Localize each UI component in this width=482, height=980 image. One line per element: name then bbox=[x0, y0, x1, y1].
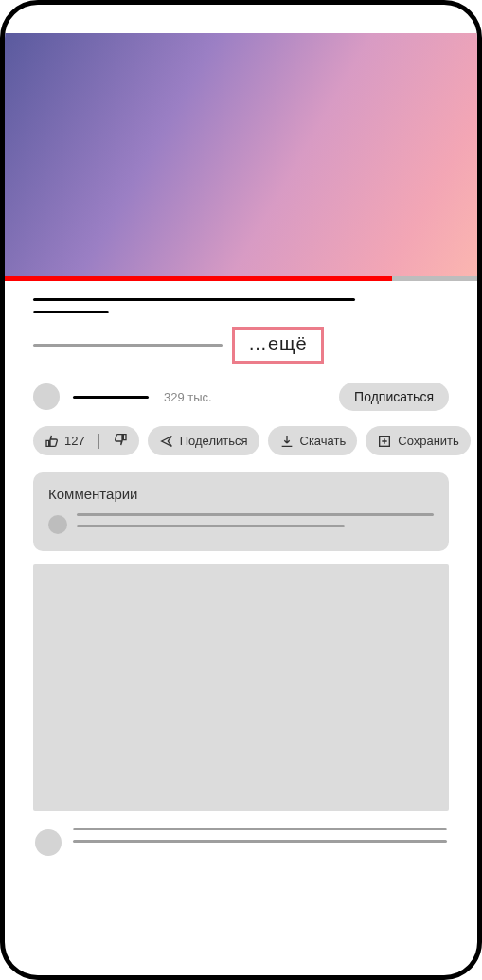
progress-played bbox=[5, 276, 392, 281]
comment-preview bbox=[48, 513, 434, 534]
channel-avatar[interactable] bbox=[33, 383, 60, 410]
download-label: Скачать bbox=[300, 434, 347, 448]
commenter-avatar bbox=[48, 515, 67, 534]
save-icon bbox=[377, 434, 392, 449]
recommended-video-meta[interactable] bbox=[33, 828, 449, 856]
video-progress-bar[interactable] bbox=[5, 276, 477, 281]
comments-section[interactable]: Комментарии bbox=[33, 472, 449, 551]
recommended-channel-avatar bbox=[35, 829, 62, 856]
like-dislike-chip: 127 bbox=[33, 426, 139, 455]
channel-name[interactable] bbox=[73, 396, 149, 399]
download-button[interactable]: Скачать bbox=[268, 426, 358, 455]
thumbs-down-icon bbox=[113, 432, 128, 447]
recommended-title-line bbox=[73, 840, 447, 843]
download-icon bbox=[279, 434, 295, 449]
share-icon bbox=[159, 434, 174, 449]
video-player[interactable] bbox=[5, 33, 477, 276]
chip-divider bbox=[98, 434, 99, 449]
subscribe-button[interactable]: Подписаться bbox=[339, 383, 449, 411]
share-label: Поделиться bbox=[180, 434, 248, 448]
progress-remaining bbox=[392, 276, 477, 281]
comments-title: Комментарии bbox=[48, 486, 434, 502]
status-bar bbox=[5, 5, 477, 33]
channel-row: 329 тыс. Подписаться bbox=[33, 383, 449, 411]
recommended-title-line bbox=[73, 828, 447, 830]
phone-frame: …ещё 329 тыс. Подписаться 127 bbox=[0, 0, 482, 980]
like-button[interactable]: 127 bbox=[45, 434, 85, 449]
save-button[interactable]: Сохранить bbox=[366, 426, 471, 455]
comment-text-line bbox=[77, 513, 434, 516]
thumbs-up-icon bbox=[45, 434, 60, 449]
recommendations bbox=[5, 564, 477, 856]
comment-text-line bbox=[77, 525, 345, 527]
more-button[interactable]: …ещё bbox=[232, 327, 324, 364]
dislike-button[interactable] bbox=[113, 432, 128, 450]
action-chips-row: 127 Поделиться Скачать Сохранить bbox=[33, 426, 449, 455]
title-line bbox=[33, 311, 109, 313]
save-label: Сохранить bbox=[398, 434, 459, 448]
subscriber-count: 329 тыс. bbox=[164, 390, 212, 404]
video-meta-line bbox=[33, 344, 223, 347]
video-title[interactable]: …ещё bbox=[33, 298, 449, 364]
share-button[interactable]: Поделиться bbox=[148, 426, 259, 455]
recommended-video-thumbnail[interactable] bbox=[33, 564, 449, 811]
like-count: 127 bbox=[64, 434, 85, 448]
title-line bbox=[33, 298, 355, 301]
